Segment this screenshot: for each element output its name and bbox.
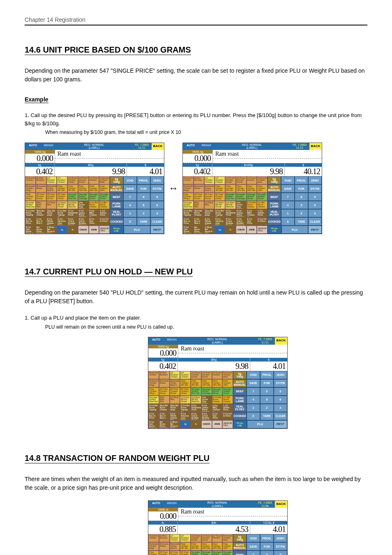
- plu-preset-button[interactable]: Rotisserie Turkey Meal D: [46, 184, 57, 193]
- plu-preset-button[interactable]: 6 Cut BBQ Chicken za: [247, 209, 257, 217]
- prog-button[interactable]: PROG.: [137, 176, 150, 184]
- plu-preset-button[interactable]: Sausage Stuffed Pork Pat: [191, 550, 201, 555]
- category-pork-lamb[interactable]: PORKLAMB: [110, 201, 123, 209]
- plu-preset-button[interactable]: 8 Cut Whole cheese Tri s: [46, 217, 57, 226]
- for-button[interactable]: FOR: [260, 379, 274, 387]
- plu-preset-button[interactable]: Baby Back Ribs: [159, 396, 170, 404]
- plu-preset-button[interactable]: 1/2 Roasted Chicken: [46, 176, 57, 184]
- zero-button[interactable]: ZERO: [308, 176, 322, 184]
- plu-preset-button[interactable]: Rotisserie Chicken Mega: [183, 184, 194, 193]
- plu-preset-button[interactable]: Fried Chicken Wing s: [183, 193, 194, 201]
- plu-preset-button[interactable]: 8 Cut Advance mise Pizza: [214, 217, 225, 226]
- plu-preset-button[interactable]: 8 Cut One & Broiltea Pocoli: [191, 412, 201, 420]
- plu-preset-button[interactable]: Fried Chicken 16Pc Bkt: [212, 542, 223, 550]
- plu-preset-button[interactable]: Fried Chicken 12Pc Bkt: [201, 542, 212, 550]
- tare-button[interactable]: TARE: [260, 412, 274, 420]
- plu-preset-button[interactable]: Fried Chicken 16Pc Bkt: [212, 379, 223, 387]
- plu-preset-button[interactable]: 1/2 Rack BB Rib Dinner: [57, 201, 67, 209]
- plu-lib-button[interactable]: PLUsLIB.: [267, 226, 281, 234]
- category-cooked[interactable]: COOKED: [233, 412, 247, 420]
- dttm-button[interactable]: DT/TM: [150, 184, 164, 193]
- plu-preset-button[interactable]: 2P Fried Chicken Dinner: [36, 193, 46, 201]
- unit-lb-button[interactable]: lb: [191, 420, 201, 428]
- plu-preset-button[interactable]: One Dozen King Wings: [236, 201, 247, 209]
- plu-preset-button[interactable]: 8 Cut Advance mise Pizza: [180, 412, 191, 420]
- plu-preset-button[interactable]: 1 Cut Sicilian Pizza: [99, 209, 110, 217]
- void-button[interactable]: VOID: [123, 176, 137, 184]
- plu-preset-button[interactable]: Sausage Stuffed Cabbage: [201, 550, 212, 555]
- plu-preset-button[interactable]: Fried Chicken 4Pc Bkt: [214, 184, 225, 193]
- keypad-3[interactable]: 3: [274, 404, 287, 412]
- kg-100g-toggle[interactable]: kg100g: [267, 176, 281, 184]
- keypad-9[interactable]: 9: [308, 193, 322, 201]
- keypad-5[interactable]: 5: [260, 396, 274, 404]
- plu-preset-button[interactable]: 8 Cut Bel Roma Topings za: [214, 209, 225, 217]
- plu-preset-button[interactable]: 2 Slices Bel Roma & M So: [170, 420, 180, 428]
- plu-preset-button[interactable]: Rotisserie Chicken Mega: [25, 184, 36, 193]
- plu-preset-button[interactable]: 1/4 Roast Chicken Dinner: [201, 371, 212, 379]
- plu-preset-button[interactable]: Rotisserie Turkey Meal D: [204, 184, 215, 193]
- plu-preset-button[interactable]: Sausage Stuffed Cabbage: [236, 193, 247, 201]
- plu-preset-button[interactable]: 4 Cut Box of Blue s: [194, 217, 204, 226]
- plu-preset-button[interactable]: 4P Fried Chicken Dinner: [170, 387, 180, 396]
- plu-preset-button[interactable]: 1/2 Rack Ribs: [46, 201, 57, 209]
- plu-preset-button[interactable]: Rotisserie Breast: [194, 184, 204, 193]
- plu-preset-button[interactable]: Fried Chicken 12Pc Bkt: [201, 379, 212, 387]
- keypad-4[interactable]: 4: [247, 396, 260, 404]
- kg-100g-toggle[interactable]: kg100g: [233, 371, 247, 379]
- plu-preset-button[interactable]: 8 Cut Margherita Pizza: [67, 209, 78, 217]
- plu-preset-button[interactable]: Fried Chicken 12Pc Bkt: [78, 184, 89, 193]
- plu-preset-button[interactable]: Stuffed Broaster: [159, 371, 170, 379]
- unit-lb-button[interactable]: lb: [225, 226, 236, 234]
- category-beef[interactable]: BEEF: [267, 193, 281, 201]
- plu-preset-button[interactable]: 6 Cut Vid ia Onion: [257, 217, 267, 226]
- category-cooked[interactable]: COOKED: [267, 217, 281, 226]
- plu-preset-button[interactable]: 1/4 Roast Chicken Dinner: [201, 534, 212, 542]
- tab-weigh[interactable]: WEIGH: [41, 143, 56, 150]
- plu-preset-button[interactable]: 1/4 Roast Chicken Dinner: [236, 176, 247, 184]
- plu-preset-button[interactable]: 1/2 Roast Chicken Dinner: [67, 176, 78, 184]
- plu-preset-button[interactable]: 1/4 Roast Chicken: [89, 176, 99, 184]
- keypad-6[interactable]: 6: [150, 201, 164, 209]
- plu-preset-button[interactable]: Slice Bel Roma pings: [170, 404, 180, 412]
- plu-preset-button[interactable]: Sausage Stuffed Cabbage: [78, 193, 89, 201]
- plu-preset-button[interactable]: 6 Cut Box za Pizza: [148, 412, 159, 420]
- tare-button[interactable]: TARE: [295, 217, 308, 226]
- plu-preset-button[interactable]: 1/4 Roasted Chicken: [214, 176, 225, 184]
- plu-preset-button[interactable]: 6 Cut Queso Prima Chicken: [201, 404, 212, 412]
- plu-preset-button[interactable]: 1/2 Rack Ribs: [204, 201, 215, 209]
- plu-preset-button[interactable]: 1 Cut Sicilian Pizza: [222, 404, 233, 412]
- plu-preset-button[interactable]: Fried Chicken 4Pc Bkt: [180, 542, 191, 550]
- plu-preset-button[interactable]: 8 Cut Hop Pizza: [89, 217, 99, 226]
- plu-preset-button[interactable]: Fried Chicken 16Pc Bkt: [247, 184, 257, 193]
- keypad-5[interactable]: 5: [295, 201, 308, 209]
- prog-button[interactable]: PROG.: [260, 371, 274, 379]
- plu-preset-button[interactable]: Rotisserie Breast: [36, 184, 46, 193]
- plu-preset-button[interactable]: Rotisserie Chicken: [183, 176, 194, 184]
- plu-preset-button[interactable]: Slice Bel Roma pings: [46, 209, 57, 217]
- for-button[interactable]: FOR: [295, 184, 308, 193]
- plu-preset-button[interactable]: 6P Fried Chicken Dinner: [57, 193, 67, 201]
- plu-preset-button[interactable]: Sausage Stuffed Meal Dea: [25, 201, 36, 209]
- keypad-7[interactable]: 7: [281, 193, 295, 201]
- plu-preset-button[interactable]: Stuffed Broaster: [159, 534, 170, 542]
- category-beef[interactable]: BEEF: [233, 550, 247, 555]
- clear-button[interactable]: CLEAR: [150, 217, 164, 226]
- plu-preset-button[interactable]: Rotisserie Turkey Meal D: [170, 379, 180, 387]
- plu-preset-button[interactable]: 8 Cut Margherita Pizza: [225, 209, 236, 217]
- plu-preset-button[interactable]: 8 Cut Bel Roma Topping: [183, 209, 194, 217]
- keypad-2[interactable]: 2: [260, 404, 274, 412]
- keypad-5[interactable]: 5: [137, 201, 150, 209]
- plu-preset-button[interactable]: 1/2 Roasted Chicken: [170, 371, 180, 379]
- plu-preset-button[interactable]: Sausage Stuffed Dinner: [99, 193, 110, 201]
- plu-preset-button[interactable]: 6 Cut Vid ia Onion: [222, 412, 233, 420]
- unit-kg-button[interactable]: kg: [57, 226, 67, 234]
- plu-preset-button[interactable]: 4P Fried Chicken Dinner: [204, 193, 215, 201]
- plu-preset-button[interactable]: Baby Back Ribs: [36, 201, 46, 209]
- clear-button[interactable]: CLEAR: [274, 412, 287, 420]
- plu-preset-button[interactable]: Rotisserie Chicken Meal: [222, 534, 233, 542]
- tab-auto[interactable]: AUTO: [183, 143, 198, 150]
- plu-lib-button[interactable]: PLUsLIB.: [110, 226, 124, 234]
- unit-kg-button[interactable]: kg: [180, 420, 191, 428]
- save-button[interactable]: SAVE: [281, 184, 295, 193]
